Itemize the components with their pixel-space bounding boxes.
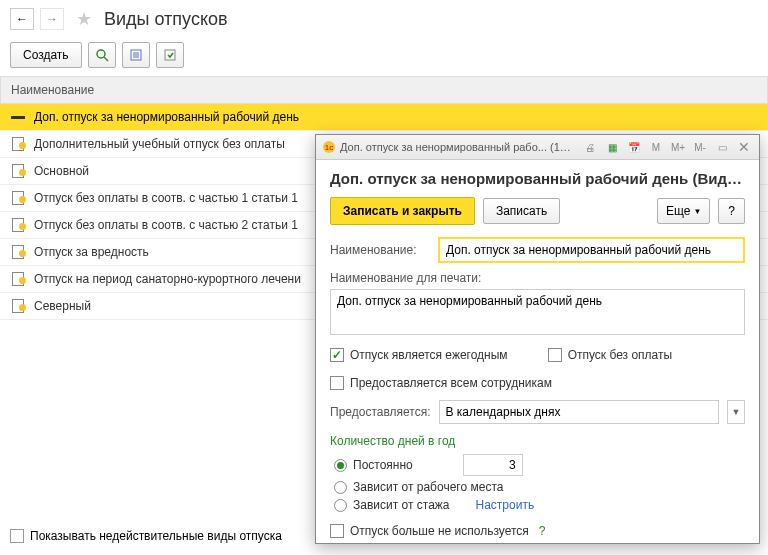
granted-select[interactable]: В календарных днях	[439, 400, 720, 424]
column-header-name[interactable]: Наименование	[0, 76, 768, 104]
radio-seniority[interactable]	[334, 499, 347, 512]
svg-line-1	[104, 57, 108, 61]
all-employees-label: Предоставляется всем сотрудникам	[350, 376, 552, 390]
svg-rect-6	[165, 50, 175, 60]
dropdown-arrow-icon[interactable]: ▼	[727, 400, 745, 424]
favorite-star-icon[interactable]: ★	[76, 8, 92, 30]
dialog-window-title: Доп. отпуск за ненормированный рабо... (…	[340, 141, 577, 153]
calendar-icon[interactable]: 📅	[625, 139, 643, 155]
create-button[interactable]: Создать	[10, 42, 82, 68]
show-inactive-checkbox[interactable]	[10, 529, 24, 543]
list-button[interactable]	[122, 42, 150, 68]
name-label: Наименование:	[330, 243, 430, 257]
radio-seniority-label: Зависит от стажа	[353, 498, 450, 512]
dialog-title: Доп. отпуск за ненормированный рабочий д…	[330, 170, 745, 187]
page-title: Виды отпусков	[104, 9, 228, 30]
edit-dialog: 1c Доп. отпуск за ненормированный рабо..…	[315, 134, 760, 544]
name-input[interactable]	[438, 237, 745, 263]
print-icon[interactable]: 🖨	[581, 139, 599, 155]
radio-workplace[interactable]	[334, 481, 347, 494]
minimize-button[interactable]: ▭	[713, 139, 731, 155]
save-close-button[interactable]: Записать и закрыть	[330, 197, 475, 225]
unpaid-label: Отпуск без оплаты	[568, 348, 672, 362]
save-button[interactable]: Записать	[483, 198, 560, 224]
print-name-label: Наименование для печати:	[330, 271, 481, 285]
document-icon	[10, 190, 26, 206]
m-plus-button[interactable]: M+	[669, 139, 687, 155]
find-button[interactable]	[88, 42, 116, 68]
m-button[interactable]: M	[647, 139, 665, 155]
annual-label: Отпуск является ежегодным	[350, 348, 508, 362]
svg-point-0	[97, 50, 105, 58]
radio-constant-label: Постоянно	[353, 458, 413, 472]
annual-checkbox[interactable]	[330, 348, 344, 362]
not-used-label: Отпуск больше не используется	[350, 524, 529, 538]
export-button[interactable]	[156, 42, 184, 68]
document-icon	[10, 136, 26, 152]
m-minus-button[interactable]: M-	[691, 139, 709, 155]
app-icon: 1c	[322, 140, 336, 154]
granted-label: Предоставляется:	[330, 405, 431, 419]
all-employees-checkbox[interactable]	[330, 376, 344, 390]
not-used-checkbox[interactable]	[330, 524, 344, 538]
document-icon	[10, 217, 26, 233]
nav-forward-button[interactable]: →	[40, 8, 64, 30]
document-icon	[10, 298, 26, 314]
close-button[interactable]: ✕	[735, 139, 753, 155]
grid-icon[interactable]: ▦	[603, 139, 621, 155]
table-row[interactable]: Доп. отпуск за ненормированный рабочий д…	[0, 104, 768, 131]
document-icon	[10, 163, 26, 179]
help-button[interactable]: ?	[718, 198, 745, 224]
document-icon	[10, 271, 26, 287]
row-selected-icon	[10, 109, 26, 125]
radio-workplace-label: Зависит от рабочего места	[353, 480, 503, 494]
show-inactive-label: Показывать недействительные виды отпуска	[30, 529, 282, 543]
help-icon[interactable]: ?	[539, 524, 546, 538]
unpaid-checkbox[interactable]	[548, 348, 562, 362]
nav-back-button[interactable]: ←	[10, 8, 34, 30]
days-per-year-label: Количество дней в год	[330, 434, 745, 448]
configure-link[interactable]: Настроить	[476, 498, 535, 512]
radio-constant[interactable]	[334, 459, 347, 472]
svg-text:1c: 1c	[325, 143, 333, 152]
document-icon	[10, 244, 26, 260]
constant-days-input[interactable]	[463, 454, 523, 476]
print-name-textarea[interactable]	[330, 289, 745, 335]
more-button[interactable]: Еще▼	[657, 198, 710, 224]
